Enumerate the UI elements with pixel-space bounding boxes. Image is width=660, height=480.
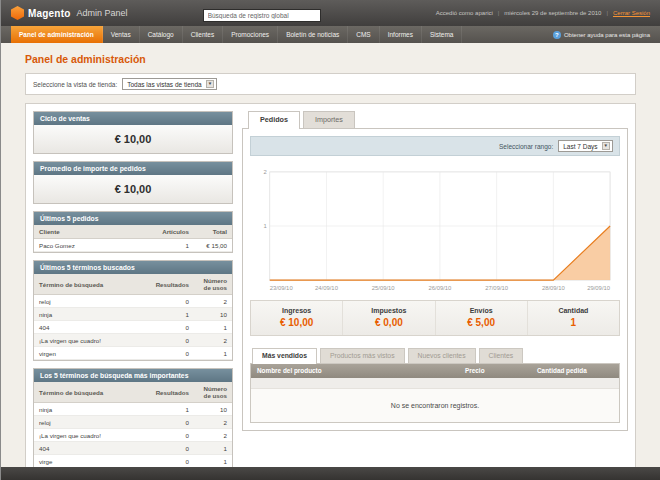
cell-usos: 1: [194, 321, 232, 334]
grid-header-row: Nombre del producto Precio Cantidad pedi…: [251, 364, 619, 378]
cell-usos: 1: [194, 347, 232, 360]
chart-tabs: Pedidos Importes: [242, 111, 628, 128]
svg-text:28/09/10: 28/09/10: [542, 285, 566, 291]
footer-bar: [1, 467, 660, 480]
cell-termino: ninja: [34, 308, 151, 321]
table-row[interactable]: ninja 1 10: [34, 308, 232, 321]
top-header: Magento Admin Panel Accedió como aparici…: [1, 0, 660, 26]
nav-item-catalogo[interactable]: Catálogo: [140, 26, 183, 43]
range-bar: Seleccionar rango: Last 7 Days ▼: [250, 136, 620, 156]
chart-panel: Seleccionar rango: Last 7 Days ▼ 23/09/1…: [242, 128, 628, 431]
orders-chart: 23/09/1024/09/1025/09/1026/09/1027/09/10…: [250, 156, 620, 296]
totals-bar: Ingresos € 10,00 Impuestos € 0,00 Envíos…: [250, 300, 620, 336]
col-cliente: Cliente: [34, 225, 156, 239]
main-nav: Panel de administración Ventas Catálogo …: [1, 26, 660, 43]
svg-text:24/09/10: 24/09/10: [315, 285, 339, 291]
cell-resultados: 0: [151, 455, 194, 468]
store-view-select[interactable]: Todas las vistas de tienda ▼: [122, 78, 217, 90]
cell-usos: 1: [194, 442, 232, 455]
cell-resultados: 0: [151, 429, 194, 442]
table-header-row: Término de búsqueda Resultados Número de…: [34, 382, 232, 403]
magento-logo-icon: [11, 6, 24, 20]
cell-termino: 404: [34, 321, 151, 334]
tab-pedidos[interactable]: Pedidos: [248, 111, 300, 129]
table-row[interactable]: 404 0 1: [34, 442, 232, 455]
table-row[interactable]: ¡La virgen que cuadro! 0 2: [34, 429, 232, 442]
table-row[interactable]: virge 0 1: [34, 455, 232, 468]
current-date-text: miércoles 29 de septiembre de 2010: [504, 10, 601, 16]
cell-termino: 404: [34, 442, 151, 455]
col-termino: Término de búsqueda: [34, 382, 151, 403]
user-area: Accedió como aparici | miércoles 29 de s…: [436, 10, 650, 16]
table-row[interactable]: virgen 0 1: [34, 347, 232, 360]
cell-termino: ninja: [34, 403, 151, 416]
last-orders-title: Últimos 5 pedidos: [34, 212, 232, 225]
store-view-selected-value: Todas las vistas de tienda: [127, 81, 201, 88]
average-orders-box: Promedio de importe de pedidos € 10,00: [33, 161, 233, 204]
stat-label: Envíos: [436, 307, 527, 314]
last-orders-table: Cliente Artículos Total Paco Gomez 1 € 1…: [34, 225, 232, 252]
top-search-terms-box: Los 5 términos de búsqueda más important…: [33, 368, 233, 469]
last-search-terms-box: Últimos 5 términos buscados Término de b…: [33, 260, 233, 361]
col-termino: Término de búsqueda: [34, 274, 151, 295]
table-row[interactable]: reloj 0 2: [34, 416, 232, 429]
dashboard-panel: Ciclo de ventas € 10,00 Promedio de impo…: [25, 103, 636, 480]
cell-resultados: 1: [151, 403, 194, 416]
stat-value: € 0,00: [343, 317, 434, 328]
table-row[interactable]: ¡La virgen que cuadro! 0 2: [34, 334, 232, 347]
top-search-terms-table: Término de búsqueda Resultados Número de…: [34, 382, 232, 468]
nav-item-sistema[interactable]: Sistema: [422, 26, 462, 43]
tab-nuevos-clientes[interactable]: Nuevos clientes: [408, 348, 476, 363]
store-view-switcher: Seleccione la vista de tienda: Todas las…: [25, 73, 636, 95]
svg-text:2: 2: [264, 169, 267, 175]
store-view-label: Seleccione la vista de tienda:: [33, 81, 117, 88]
last-search-terms-title: Últimos 5 términos buscados: [34, 261, 232, 274]
stat-value: 1: [528, 317, 619, 328]
tab-importes[interactable]: Importes: [303, 111, 355, 128]
page-help-link[interactable]: ? Obtener ayuda para esta página: [553, 26, 650, 43]
nav-item-clientes[interactable]: Clientes: [183, 26, 223, 43]
cell-termino: reloj: [34, 295, 151, 308]
cell-usos: 10: [194, 403, 232, 416]
cell-termino: ¡La virgen que cuadro!: [34, 334, 151, 347]
help-label: Obtener ayuda para esta página: [564, 32, 650, 38]
stat-cantidad: Cantidad 1: [527, 301, 619, 335]
table-row[interactable]: ninja 1 10: [34, 403, 232, 416]
global-search-input[interactable]: [203, 9, 321, 22]
lifetime-sales-box: Ciclo de ventas € 10,00: [33, 111, 233, 154]
nav-item-promociones[interactable]: Promociones: [223, 26, 278, 43]
cell-resultados: 0: [151, 347, 194, 360]
logo-text: Magento: [28, 8, 71, 19]
svg-text:25/09/10: 25/09/10: [372, 285, 396, 291]
magento-logo[interactable]: Magento Admin Panel: [11, 6, 128, 20]
tab-clientes[interactable]: Clientes: [479, 348, 524, 363]
table-row[interactable]: 404 0 1: [34, 321, 232, 334]
nav-item-cms[interactable]: CMS: [348, 26, 379, 43]
logout-link[interactable]: Cerrar Sesión: [613, 10, 650, 16]
tab-productos-mas-vistos[interactable]: Productos más vistos: [320, 348, 405, 363]
chevron-down-icon: ▼: [206, 80, 214, 88]
table-row[interactable]: reloj 0 2: [34, 295, 232, 308]
stat-impuestos: Impuestos € 0,00: [342, 301, 434, 335]
cell-resultados: 0: [151, 295, 194, 308]
nav-item-informes[interactable]: Informes: [380, 26, 422, 43]
cell-termino: virge: [34, 455, 151, 468]
cell-articulos: 1: [156, 239, 194, 252]
logo-subtitle: Admin Panel: [77, 8, 128, 18]
nav-item-ventas[interactable]: Ventas: [103, 26, 140, 43]
range-label: Seleccionar rango:: [499, 143, 553, 150]
no-records-message: No se encontraron registros.: [251, 389, 619, 422]
col-resultados: Resultados: [151, 382, 194, 403]
stat-label: Cantidad: [528, 307, 619, 314]
cell-resultados: 0: [151, 334, 194, 347]
magento-admin-dashboard: Magento Admin Panel Accedió como aparici…: [0, 0, 660, 480]
cell-resultados: 0: [151, 321, 194, 334]
tab-mas-vendidos[interactable]: Más vendidos: [252, 348, 317, 364]
cell-usos: 2: [194, 416, 232, 429]
cell-usos: 10: [194, 308, 232, 321]
nav-item-boletin[interactable]: Boletín de noticias: [278, 26, 348, 43]
col-nombre-producto: Nombre del producto: [251, 364, 459, 378]
nav-item-dashboard[interactable]: Panel de administración: [11, 26, 103, 43]
range-select[interactable]: Last 7 Days ▼: [558, 140, 613, 152]
table-row[interactable]: Paco Gomez 1 € 15,00: [34, 239, 232, 252]
